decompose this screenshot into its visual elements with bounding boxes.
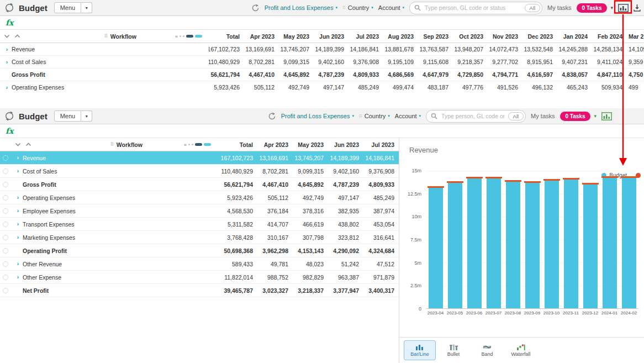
value-cell[interactable]: 499 xyxy=(627,81,644,93)
row-settings-icon[interactable] xyxy=(0,151,11,164)
download-icon[interactable] xyxy=(634,4,641,12)
value-cell[interactable]: 13,763,587 xyxy=(418,43,453,55)
expand-row-icon[interactable]: › xyxy=(15,155,21,161)
value-cell[interactable]: 589,433 xyxy=(218,257,257,270)
value-cell[interactable]: 9,218,357 xyxy=(453,56,488,68)
value-cell[interactable]: 4,467,410 xyxy=(257,178,293,191)
table-row-revenue[interactable]: ›Revenue167,102,72313,169,69113,745,2071… xyxy=(0,151,399,165)
table-row-cost-of-sales[interactable]: ›Cost of Sales110,480,9298,702,2819,099,… xyxy=(0,165,399,178)
table-row-other-expense[interactable]: ›Other Expense11,822,014988,752982,82996… xyxy=(0,271,399,284)
search-input[interactable] xyxy=(440,112,505,120)
value-cell[interactable]: 48,023 xyxy=(293,257,328,270)
value-cell[interactable]: 8,915,951 xyxy=(522,56,557,68)
value-cell[interactable]: 8,702,281 xyxy=(257,165,293,177)
value-cell[interactable]: 505,112 xyxy=(244,81,279,93)
expand-row-icon[interactable]: › xyxy=(15,274,21,280)
table-row-net-profit[interactable]: Net Profit39,465,7873,023,3273,218,3373,… xyxy=(0,284,399,297)
value-cell[interactable]: 376,184 xyxy=(257,204,293,217)
value-cell[interactable]: 4,686,569 xyxy=(383,69,418,81)
value-cell[interactable]: 4,645,892 xyxy=(293,178,328,191)
value-cell[interactable]: 13,169,691 xyxy=(244,43,279,55)
tasks-dropdown-icon[interactable]: ▾ xyxy=(594,113,597,119)
column-header-aug-2023[interactable]: Aug 2023 xyxy=(383,30,418,43)
value-cell[interactable]: 4,647,979 xyxy=(418,69,453,81)
column-header-jun-2023[interactable]: Jun 2023 xyxy=(328,138,363,151)
value-cell[interactable]: 39,465,787 xyxy=(218,284,257,297)
workflow-cell[interactable] xyxy=(102,81,209,93)
expand-row-icon[interactable]: › xyxy=(15,221,21,227)
budget-bar[interactable] xyxy=(448,182,462,308)
chart-type-waterfall-button[interactable]: Waterfall xyxy=(505,340,537,360)
value-cell[interactable]: 14,245,288 xyxy=(557,43,592,55)
budget-bar[interactable] xyxy=(525,182,540,308)
country-filter-dropdown[interactable]: ⠿ Country ▾ xyxy=(342,4,373,11)
workflow-cell[interactable] xyxy=(108,284,218,297)
all-filter-pill[interactable]: All xyxy=(525,4,541,12)
value-cell[interactable]: 453,054 xyxy=(363,218,399,230)
value-cell[interactable]: 4,838,057 xyxy=(557,69,592,81)
value-cell[interactable]: 3,218,337 xyxy=(293,284,328,297)
value-cell[interactable]: 4,290,092 xyxy=(328,244,363,257)
value-cell[interactable]: 4,809,933 xyxy=(363,178,399,191)
column-header-apr-2023[interactable]: Apr 2023 xyxy=(244,30,279,43)
budget-bar[interactable] xyxy=(487,178,501,308)
table-row-revenue[interactable]: ›Revenue167,102,72313,169,69113,745,2071… xyxy=(0,43,644,56)
value-cell[interactable]: 4,794,771 xyxy=(488,69,522,81)
value-cell[interactable]: 497,776 xyxy=(453,81,488,93)
column-header-total[interactable]: Total xyxy=(209,30,244,43)
drag-handle-icon[interactable]: ⠿ xyxy=(110,142,114,147)
value-cell[interactable]: 4,324,684 xyxy=(363,244,399,257)
my-tasks-link[interactable]: My tasks xyxy=(547,4,571,11)
row-settings-icon[interactable] xyxy=(0,165,11,177)
column-header-nov-2023[interactable]: Nov 2023 xyxy=(488,30,522,43)
menu-button[interactable]: Menu xyxy=(54,2,82,13)
value-cell[interactable]: 963,387 xyxy=(328,271,363,283)
value-cell[interactable]: 982,829 xyxy=(293,271,328,283)
value-cell[interactable]: 14,109 xyxy=(627,43,644,55)
value-cell[interactable]: 466,619 xyxy=(293,218,328,230)
value-cell[interactable]: 496,132 xyxy=(522,81,557,93)
value-cell[interactable]: 9,195,109 xyxy=(383,56,418,68)
collapse-all-icon[interactable] xyxy=(25,143,31,146)
value-cell[interactable]: 485,249 xyxy=(363,191,399,204)
collapse-all-icon[interactable] xyxy=(14,34,20,38)
value-cell[interactable]: 9,411,024 xyxy=(592,56,627,68)
value-cell[interactable]: 387,974 xyxy=(363,204,399,217)
column-header-may-2023[interactable]: May 2023 xyxy=(293,138,328,151)
column-header-feb-2024[interactable]: Feb 2024 xyxy=(592,30,627,43)
workflow-status-legend[interactable]: « xyxy=(184,142,211,148)
value-cell[interactable]: 4,153,143 xyxy=(293,244,328,257)
value-cell[interactable]: 110,480,929 xyxy=(218,165,257,177)
value-cell[interactable]: 378,316 xyxy=(293,204,328,217)
budget-bar[interactable] xyxy=(467,178,482,308)
expand-row-icon[interactable]: › xyxy=(15,261,21,267)
table-row-cost-of-sales[interactable]: ›Cost of Sales110,480,9298,702,2819,099,… xyxy=(0,56,644,69)
value-cell[interactable]: 483,187 xyxy=(418,81,453,93)
all-filter-pill[interactable]: All xyxy=(508,112,524,120)
workflow-cell[interactable] xyxy=(108,257,218,270)
value-cell[interactable]: 971,879 xyxy=(363,271,399,283)
workflow-cell[interactable] xyxy=(108,218,218,230)
budget-bar[interactable] xyxy=(583,184,598,308)
value-cell[interactable]: 3,377,947 xyxy=(328,284,363,297)
value-cell[interactable]: 9,407,231 xyxy=(557,56,592,68)
row-settings-icon[interactable] xyxy=(0,231,11,244)
value-cell[interactable]: 4,467,410 xyxy=(244,69,279,81)
budget-bar[interactable] xyxy=(506,181,520,308)
table-row-operating-expenses[interactable]: ›Operating Expenses5,923,426505,112492,7… xyxy=(0,81,644,93)
expand-row-icon[interactable]: › xyxy=(15,234,21,240)
search-box[interactable]: All xyxy=(426,110,526,123)
tasks-dropdown-icon[interactable]: ▾ xyxy=(610,5,613,10)
value-cell[interactable]: 505,112 xyxy=(257,191,293,204)
workflow-status-legend[interactable]: « xyxy=(175,34,202,39)
expand-row-icon[interactable]: › xyxy=(4,85,10,91)
row-settings-icon[interactable] xyxy=(0,244,11,257)
expand-row-icon[interactable]: › xyxy=(4,46,10,52)
table-row-employee-expenses[interactable]: ›Employee Expenses4,568,530376,184378,31… xyxy=(0,204,399,218)
value-cell[interactable]: 50,698,368 xyxy=(218,244,257,257)
value-cell[interactable]: 9,099,315 xyxy=(293,165,328,177)
column-header-total[interactable]: Total xyxy=(218,138,257,151)
chart-type-band-button[interactable]: Band xyxy=(471,340,503,360)
value-cell[interactable]: 11,822,014 xyxy=(218,271,257,283)
value-cell[interactable]: 110,480,929 xyxy=(209,56,244,68)
